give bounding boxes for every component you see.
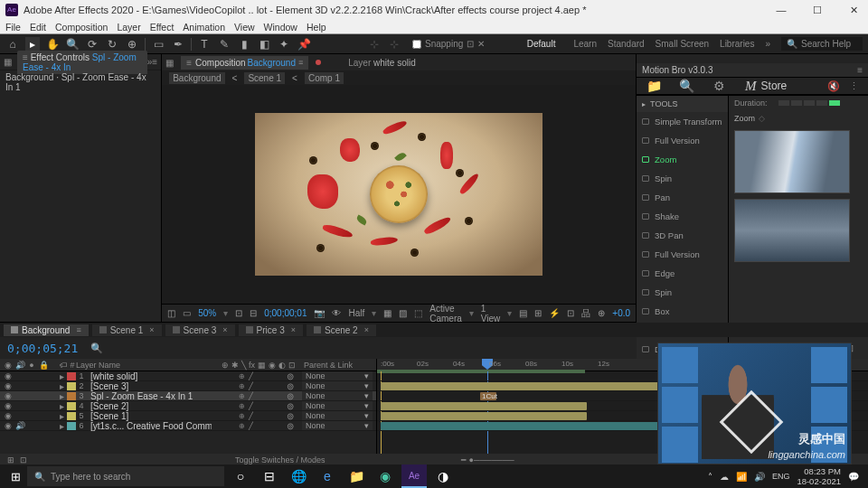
layer-tab[interactable]: Layer white solid bbox=[348, 58, 416, 68]
toggle-switches-button[interactable]: Toggle Switches / Modes bbox=[235, 455, 326, 465]
col-layer-name[interactable]: Layer Name bbox=[76, 361, 213, 370]
aftereffects-icon[interactable]: Ae bbox=[401, 465, 427, 488]
pen-tool[interactable]: ✒ bbox=[171, 37, 185, 52]
timeline-search-icon[interactable]: 🔍 bbox=[90, 343, 103, 354]
clip[interactable] bbox=[381, 422, 670, 430]
cortana-icon[interactable]: ○ bbox=[228, 465, 253, 488]
axis2-tool[interactable]: ⊹ bbox=[387, 37, 401, 52]
edge-icon[interactable]: ◉ bbox=[373, 465, 398, 488]
sound-icon[interactable]: 🔇 bbox=[827, 80, 840, 92]
duration-bar-active[interactable] bbox=[829, 100, 840, 106]
timecode-display[interactable]: 0;00;00;01 bbox=[264, 308, 307, 318]
timeline-tab-price-3[interactable]: Price 3× bbox=[239, 324, 303, 336]
zoom-dropdown[interactable]: 50% bbox=[198, 308, 216, 318]
reset-exp-icon[interactable]: ⊕ bbox=[598, 308, 605, 318]
preset-thumbnail[interactable] bbox=[734, 130, 850, 193]
obs-icon[interactable]: ◑ bbox=[430, 465, 456, 488]
selection-tool[interactable]: ▸ bbox=[25, 37, 40, 52]
zoom-tool[interactable]: 🔍 bbox=[65, 37, 80, 52]
transparency-icon[interactable]: ▨ bbox=[399, 308, 407, 318]
show-snapshot-icon[interactable]: 👁 bbox=[332, 308, 341, 318]
exposure-value[interactable]: +0.0 bbox=[612, 308, 630, 318]
breadcrumb-1[interactable]: Scene 1 bbox=[244, 72, 285, 84]
snapping-checkbox[interactable] bbox=[412, 40, 421, 49]
breadcrumb-0[interactable]: Background bbox=[169, 72, 224, 84]
ie-icon[interactable]: e bbox=[315, 465, 340, 488]
category-edge[interactable]: Edge bbox=[637, 264, 728, 283]
tools-header[interactable]: ▸TOOLS bbox=[637, 96, 728, 112]
text-tool[interactable]: T bbox=[197, 37, 212, 52]
tl-foot-icon[interactable]: ⊞ bbox=[7, 455, 14, 465]
category-simple-transform[interactable]: Simple Transform bbox=[637, 112, 728, 131]
menu-view[interactable]: View bbox=[234, 22, 255, 33]
menu-window[interactable]: Window bbox=[264, 22, 297, 33]
start-button[interactable]: ⊞ bbox=[4, 465, 27, 488]
camera-dropdown[interactable]: Active Camera bbox=[429, 304, 462, 324]
res-full-icon[interactable]: ⊡ bbox=[235, 308, 242, 318]
snap-opt2-icon[interactable]: ✕ bbox=[477, 39, 485, 49]
roi-icon[interactable]: ▦ bbox=[383, 308, 392, 318]
duration-bar[interactable] bbox=[778, 100, 789, 106]
timeline-tab-scene-3[interactable]: Scene 3× bbox=[165, 324, 235, 336]
puppet-tool[interactable]: 📌 bbox=[297, 37, 311, 52]
taskview-icon[interactable]: ⊟ bbox=[257, 465, 282, 488]
roto-tool[interactable]: ✦ bbox=[277, 37, 291, 52]
alpha-icon[interactable]: ◫ bbox=[167, 308, 175, 318]
resolution-dropdown[interactable]: Half bbox=[348, 308, 364, 318]
hand-tool[interactable]: ✋ bbox=[45, 37, 60, 52]
pixel-icon[interactable]: ⊞ bbox=[534, 308, 542, 318]
preset-thumbnail[interactable] bbox=[734, 199, 850, 262]
taskbar-clock[interactable]: 08:23 PM 18-02-2021 bbox=[797, 466, 841, 486]
search-icon[interactable]: 🔍 bbox=[678, 78, 694, 94]
menu-layer[interactable]: Layer bbox=[117, 22, 140, 33]
timeline-tab-scene-2[interactable]: Scene 2× bbox=[307, 324, 376, 336]
chrome-icon[interactable]: 🌐 bbox=[286, 465, 311, 488]
mask-icon[interactable]: ▭ bbox=[183, 308, 191, 318]
orbit-tool[interactable]: ⟳ bbox=[85, 37, 99, 52]
rotate-tool[interactable]: ↻ bbox=[105, 37, 119, 52]
notifications-icon[interactable]: 💬 bbox=[848, 472, 859, 482]
workspace-learn[interactable]: Learn bbox=[573, 39, 597, 49]
behind-tool[interactable]: ⊕ bbox=[125, 37, 139, 52]
category-zoom[interactable]: Zoom bbox=[637, 150, 728, 169]
footage-panel-icon[interactable]: ▦ bbox=[165, 58, 174, 68]
help-search-input[interactable]: 🔍Search Help bbox=[781, 37, 863, 51]
eraser-tool[interactable]: ◧ bbox=[257, 37, 271, 52]
clip[interactable] bbox=[381, 402, 587, 410]
menu-edit[interactable]: Edit bbox=[30, 22, 46, 33]
panel-menu-icon[interactable]: ≡ bbox=[857, 65, 863, 75]
category-spin[interactable]: Spin bbox=[637, 283, 728, 302]
clip[interactable]: 1Cut bbox=[480, 392, 496, 400]
workspace-smallscreen[interactable]: Small Screen bbox=[656, 39, 709, 49]
maximize-button[interactable]: ☐ bbox=[812, 5, 823, 16]
menu-help[interactable]: Help bbox=[307, 22, 326, 33]
tl-foot-icon[interactable]: ⊡ bbox=[20, 455, 27, 465]
menu-animation[interactable]: Animation bbox=[183, 22, 225, 33]
tab-close-icon[interactable]: ≡ bbox=[298, 58, 303, 67]
explorer-icon[interactable]: 📁 bbox=[344, 465, 369, 488]
menu-effect[interactable]: Effect bbox=[150, 22, 175, 33]
composition-viewer[interactable] bbox=[162, 85, 636, 304]
category-3d-pan[interactable]: 3D Pan bbox=[637, 226, 728, 245]
layer-row[interactable]: ◉▸1[white solid]⊕╱⊚None▾ bbox=[0, 371, 376, 381]
store-button[interactable]: MStore bbox=[745, 79, 787, 94]
clip[interactable] bbox=[381, 412, 587, 420]
3d-icon[interactable]: ⬚ bbox=[414, 308, 422, 318]
duration-bar[interactable] bbox=[804, 100, 815, 106]
menu-file[interactable]: File bbox=[5, 22, 21, 33]
zoom-slider[interactable]: ●─────── bbox=[469, 455, 514, 465]
category-pan[interactable]: Pan bbox=[637, 188, 728, 207]
col-parent[interactable]: Parent & Link bbox=[304, 361, 373, 370]
tray-volume-icon[interactable]: 🔊 bbox=[754, 472, 765, 482]
breadcrumb-2[interactable]: Comp 1 bbox=[305, 72, 344, 84]
taskbar-search-input[interactable]: 🔍Type here to search bbox=[27, 466, 224, 486]
duration-bar[interactable] bbox=[816, 100, 827, 106]
axis-tool[interactable]: ⊹ bbox=[367, 37, 382, 52]
folder-icon[interactable]: 📁 bbox=[646, 78, 662, 94]
display-icon[interactable]: ▤ bbox=[519, 308, 527, 318]
layer-row[interactable]: ◉▸2[Scene 3]⊕╱⊚None▾ bbox=[0, 381, 376, 391]
timeline-icon[interactable]: ⊡ bbox=[567, 308, 574, 318]
clone-tool[interactable]: ▮ bbox=[237, 37, 251, 52]
category-spin[interactable]: Spin bbox=[637, 169, 728, 188]
timeline-timecode[interactable]: 0;00;05;21 bbox=[7, 342, 78, 355]
